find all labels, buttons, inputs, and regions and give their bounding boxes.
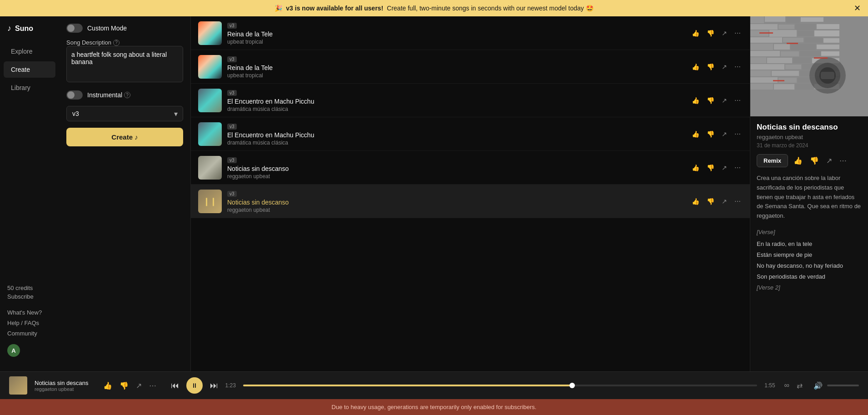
player-like-button[interactable]: 👍: [101, 380, 114, 392]
dislike-button[interactable]: 👎: [705, 196, 716, 207]
dislike-button[interactable]: 👎: [705, 129, 716, 140]
play-pause-button[interactable]: ⏸: [186, 377, 203, 394]
more-button[interactable]: ⋯: [733, 28, 743, 39]
logo: ♪ Suno: [0, 24, 59, 42]
svg-rect-18: [774, 44, 790, 50]
right-panel-more-button[interactable]: ⋯: [838, 155, 848, 167]
banner-main-text: v3 is now available for all users!: [286, 5, 383, 12]
svg-rect-11: [798, 31, 813, 36]
song-version-badge: v3: [227, 191, 237, 197]
lyrics-line: Están siempre de pie: [757, 250, 862, 260]
like-button[interactable]: 👍: [690, 61, 701, 72]
svg-rect-3: [786, 16, 800, 23]
right-panel-lyrics: [Verse] En la radio, en la tele Están si…: [757, 227, 862, 293]
svg-rect-20: [817, 45, 839, 49]
song-thumbnail: [198, 156, 222, 180]
song-title: El Encuentro en Machu Picchu: [227, 131, 684, 139]
right-panel-actions: Remix 👍 👎 ↗ ⋯: [757, 154, 862, 167]
shuffle-button[interactable]: ⇄: [795, 380, 804, 392]
svg-rect-1: [750, 16, 764, 23]
bottom-notice: Due to heavy usage, generations are temp…: [0, 399, 868, 415]
version-select[interactable]: v3 v2: [66, 106, 183, 121]
next-button[interactable]: ⏭: [210, 381, 218, 390]
song-description-textarea[interactable]: a heartfelt folk song about a literal ba…: [66, 46, 183, 82]
svg-rect-49: [787, 43, 798, 44]
instrumental-toggle[interactable]: [66, 90, 83, 100]
banner-emoji: 🎉: [274, 5, 282, 12]
song-title: Reina de la Tele: [227, 30, 684, 38]
dislike-button[interactable]: 👎: [705, 61, 716, 72]
share-button[interactable]: ↗: [720, 162, 729, 173]
song-description-help-icon[interactable]: ?: [113, 40, 120, 46]
share-button[interactable]: ↗: [720, 28, 729, 39]
right-panel-date: 31 de marzo de 2024: [757, 142, 862, 149]
sidebar-item-library[interactable]: Library: [4, 80, 55, 96]
right-panel-genre: reggaeton upbeat: [757, 134, 862, 140]
share-button[interactable]: ↗: [720, 61, 729, 72]
more-button[interactable]: ⋯: [733, 95, 743, 106]
dislike-button[interactable]: 👎: [705, 28, 716, 39]
more-button[interactable]: ⋯: [733, 196, 743, 207]
player-more-button[interactable]: ⋯: [147, 380, 158, 392]
create-button[interactable]: Create ♪: [66, 128, 183, 146]
right-panel-dislike-button[interactable]: 👎: [808, 155, 821, 167]
song-actions: 👍 👎 ↗ ⋯: [690, 196, 743, 207]
svg-rect-41: [774, 84, 794, 90]
song-item[interactable]: v3 Reina de la Tele upbeat tropical 👍 👎 …: [191, 50, 750, 84]
share-button[interactable]: ↗: [720, 95, 729, 106]
share-button[interactable]: ↗: [720, 196, 729, 207]
dislike-button[interactable]: 👎: [705, 162, 716, 173]
dislike-button[interactable]: 👎: [705, 95, 716, 106]
subscribe-link[interactable]: Subscribe: [7, 293, 52, 300]
song-thumbnail: [198, 122, 222, 146]
more-button[interactable]: ⋯: [733, 162, 743, 173]
svg-rect-8: [817, 24, 839, 29]
song-info: v3 Noticias sin descanso reggaeton upbea…: [227, 155, 684, 180]
song-item[interactable]: v3 El Encuentro en Machu Picchu dramátic…: [191, 117, 750, 151]
community-link[interactable]: Community: [7, 330, 52, 337]
whats-new-link[interactable]: What's New?: [7, 309, 52, 316]
sidebar-item-explore[interactable]: Explore: [4, 43, 55, 60]
more-button[interactable]: ⋯: [733, 61, 743, 72]
instrumental-label: Instrumental ?: [87, 91, 130, 99]
svg-rect-30: [785, 65, 801, 69]
song-item[interactable]: v3 El Encuentro en Machu Picchu dramátic…: [191, 84, 750, 117]
instrumental-help-icon[interactable]: ?: [124, 92, 130, 98]
more-button[interactable]: ⋯: [733, 129, 743, 140]
banner-close-button[interactable]: ✕: [854, 3, 861, 13]
credits-label: 50 credits: [7, 285, 52, 291]
song-item[interactable]: v3 Noticias sin descanso reggaeton upbea…: [191, 151, 750, 185]
remix-button[interactable]: Remix: [757, 154, 788, 167]
share-button[interactable]: ↗: [720, 129, 729, 140]
song-item[interactable]: v3 Reina de la Tele upbeat tropical 👍 👎 …: [191, 16, 750, 50]
svg-rect-51: [773, 80, 784, 81]
avatar[interactable]: A: [7, 344, 20, 357]
player-dislike-button[interactable]: 👎: [118, 380, 130, 392]
custom-mode-label: Custom Mode: [87, 25, 127, 32]
svg-rect-26: [767, 58, 792, 63]
sidebar-item-create[interactable]: Create: [4, 61, 55, 78]
right-panel-like-button[interactable]: 👍: [792, 155, 804, 167]
player-song-info: Noticias sin descans reggaeton upbeat: [35, 380, 89, 392]
lyrics-line: En la radio, en la tele: [757, 239, 862, 249]
like-button[interactable]: 👍: [690, 129, 701, 140]
player-share-button[interactable]: ↗: [134, 380, 144, 392]
custom-mode-toggle[interactable]: [66, 24, 83, 33]
loop-button[interactable]: ∞: [783, 380, 791, 391]
song-description-section: Song Description ? a heartfelt folk song…: [66, 39, 183, 84]
like-button[interactable]: 👍: [690, 28, 701, 39]
right-panel-share-button[interactable]: ↗: [824, 155, 834, 167]
song-item-playing[interactable]: ❙❙ v3 Noticias sin descanso reggaeton up…: [191, 185, 750, 218]
svg-rect-40: [750, 84, 773, 90]
prev-button[interactable]: ⏮: [171, 381, 179, 390]
song-description-label: Song Description ?: [66, 39, 183, 46]
help-link[interactable]: Help / FAQs: [7, 320, 52, 326]
like-button[interactable]: 👍: [690, 162, 701, 173]
volume-icon[interactable]: 🔊: [812, 380, 824, 392]
volume-bar[interactable]: [827, 385, 859, 386]
progress-fill: [243, 385, 572, 386]
like-button[interactable]: 👍: [690, 95, 701, 106]
progress-bar[interactable]: [243, 385, 757, 386]
like-button[interactable]: 👍: [690, 196, 701, 207]
song-thumbnail: [198, 89, 222, 112]
